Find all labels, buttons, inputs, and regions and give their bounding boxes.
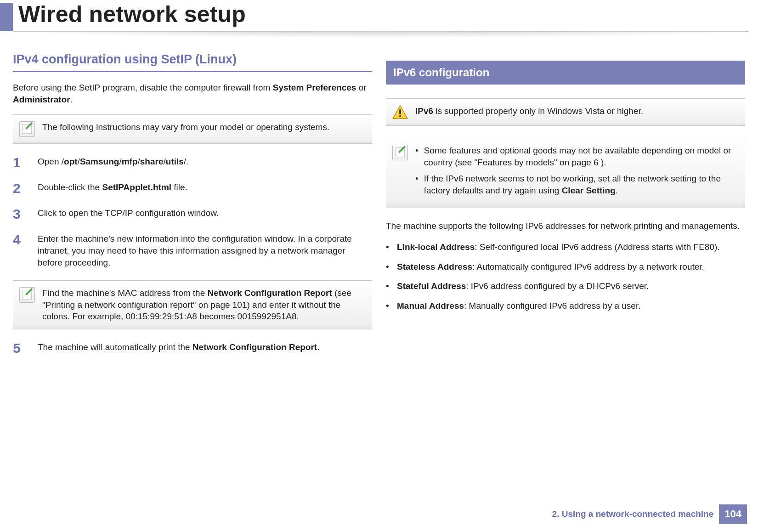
step-number: 5 [13,341,28,355]
t: Network Configuration Report [192,342,317,352]
svg-rect-1 [399,109,401,114]
t: share [140,157,164,166]
note-item: Some features and optional goods may not… [415,145,739,168]
step-1: 1 Open /opt/Samsung/mfp/share/utils/. [13,156,372,170]
step-text: The machine will automatically print the… [38,341,319,355]
ipv6-support-paragraph: The machine supports the following IPv6 … [386,220,745,232]
t: SetIPApplet.html [102,182,171,192]
t: . [616,186,618,195]
intro-bold-1: System Preferences [273,83,356,92]
step-text: Enter the machine's new information into… [38,233,372,268]
page-footer: 2. Using a network-connected machine 104 [552,504,747,524]
t: IPv6 [415,106,433,116]
page-title: Wired network setup [18,1,246,28]
ipv6-address-list: Link-local Address: Self-configured loca… [386,241,745,312]
t: Network Configuration Report [208,288,332,298]
step-number: 4 [13,233,28,268]
t: utils [166,157,184,166]
step-text: Open /opt/Samsung/mfp/share/utils/. [38,156,188,170]
step-text: Double-click the SetIPApplet.html file. [38,181,187,195]
intro-text-a: Before using the SetIP program, disable … [13,83,273,92]
t: Stateless Address [397,262,472,272]
step-5: 5 The machine will automatically print t… [13,341,372,355]
intro-text-c: or [356,83,366,92]
intro-bold-2: Administrator [13,95,70,104]
t: : Manually configured IPv6 address by a … [464,301,640,311]
t: Samsung [80,157,119,166]
t: Find the machine's MAC address from the [42,288,208,298]
intro-text-d: . [70,95,73,104]
warning-icon [392,105,408,119]
svg-point-2 [399,115,401,117]
right-column: IPv6 configuration IPv6 is supported pro… [386,52,745,367]
note-text: Find the machine's MAC address from the … [42,287,366,323]
left-column: IPv4 configuration using SetIP (Linux) B… [13,52,372,367]
intro-paragraph: Before using the SetIP program, disable … [13,82,372,105]
t: : Self-configured local IPv6 address (Ad… [475,242,719,252]
content-columns: IPv4 configuration using SetIP (Linux) B… [0,39,758,367]
t: file. [171,182,187,192]
note-text: Some features and optional goods may not… [415,145,739,201]
steps-list-5: 5 The machine will automatically print t… [13,341,372,355]
list-item: Manual Address: Manually configured IPv6… [386,300,745,313]
list-item: Link-local Address: Self-configured loca… [386,241,745,254]
note-icon [392,145,408,160]
note-box-features: Some features and optional goods may not… [386,138,745,208]
section-banner-ipv6: IPv6 configuration [386,61,745,85]
header-accent-tab [0,3,13,31]
t: opt [64,157,78,166]
steps-list: 1 Open /opt/Samsung/mfp/share/utils/. 2 … [13,156,372,268]
t: Link-local Address [397,242,475,252]
t: Some features and optional goods may not… [424,145,739,168]
note-box-mac: Find the machine's MAC address from the … [13,280,372,329]
t: Stateful Address [397,281,466,291]
step-number: 3 [13,207,28,221]
t: Clear Setting [562,186,616,195]
header-divider [13,31,749,38]
step-number: 1 [13,156,28,170]
t: Double-click the [38,182,102,192]
note-icon [19,287,35,303]
step-3: 3 Click to open the TCP/IP configuration… [13,207,372,221]
warning-box-ipv6: IPv6 is supported properly only in Windo… [386,98,745,126]
t: The machine will automatically print the [38,342,192,352]
note-icon [19,121,35,137]
t: : Automatically configured IPv6 address … [472,262,704,272]
step-2: 2 Double-click the SetIPApplet.html file… [13,181,372,195]
t: mfp [122,157,138,166]
t: /. [184,157,189,166]
warning-text: IPv6 is supported properly only in Windo… [415,105,739,119]
t: . [317,342,319,352]
step-number: 2 [13,181,28,195]
footer-chapter: 2. Using a network-connected machine [552,509,714,519]
t: : IPv6 address configured by a DHCPv6 se… [466,281,649,291]
t: Manual Address [397,301,464,311]
list-item: Stateless Address: Automatically configu… [386,260,745,274]
list-item: Stateful Address: IPv6 address configure… [386,280,745,293]
sub-heading-ipv4-linux: IPv4 configuration using SetIP (Linux) [13,52,372,72]
t: Open / [38,157,64,166]
note-item: If the IPv6 network seems to not be work… [415,173,739,196]
page-header: Wired network setup [0,3,758,39]
step-4: 4 Enter the machine's new information in… [13,233,372,268]
t: is supported properly only in Windows Vi… [433,106,643,116]
page-number: 104 [719,504,747,524]
note-text: The following instructions may vary from… [42,121,366,137]
note-box-vary: The following instructions may vary from… [13,114,372,144]
step-text: Click to open the TCP/IP configuration w… [38,207,219,221]
